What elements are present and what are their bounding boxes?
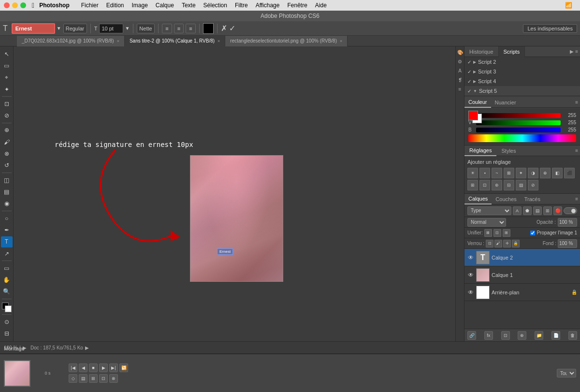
dodge-tool[interactable]: ○ (1, 213, 13, 224)
reg-icon-curves[interactable]: ~ (492, 168, 502, 178)
layer-filter-attr[interactable]: ⊞ (543, 206, 552, 215)
tab-1-close[interactable]: × (117, 39, 119, 44)
filter-toggle-switch[interactable] (564, 207, 577, 214)
layer-mask-btn[interactable]: ⊡ (501, 331, 510, 340)
panel-icon-1[interactable]: 🎨 (456, 48, 464, 56)
lasso-tool[interactable]: ⌖ (1, 72, 13, 83)
panel-icon-2[interactable]: ⚙ (456, 58, 464, 65)
pen-tool[interactable]: ✒ (1, 224, 13, 235)
calques-tab[interactable]: Calques (464, 194, 492, 204)
reg-icon-threshold[interactable]: ⊟ (504, 180, 514, 190)
slice-tool[interactable]: ⊘ (1, 110, 13, 121)
text-color-swatch[interactable] (203, 23, 214, 34)
script-item-3[interactable]: ✓ ▶ Script 3 (464, 67, 580, 76)
layer-item-background[interactable]: 👁 Arrière-plan 🔒 (464, 284, 580, 301)
r-slider[interactable] (476, 113, 561, 118)
mont-opacity-btn[interactable]: ▤ (79, 374, 87, 383)
reg-icon-selectcolor[interactable]: ⊘ (528, 180, 538, 190)
tab-3[interactable]: rectangledeselectiontutoriel.png @ 100% … (225, 36, 348, 46)
propagate-checkbox[interactable] (530, 231, 535, 235)
canvas-area[interactable]: rédige ta signature en ernest 10px Ernes… (14, 46, 455, 341)
menu-edition[interactable]: Edition (106, 2, 124, 9)
align-left-button[interactable]: ≡ (162, 24, 172, 33)
layer-filter-effect[interactable]: ⬟ (523, 206, 532, 215)
menu-filtre[interactable]: Filtre (235, 2, 248, 9)
magic-wand-tool[interactable]: ✦ (1, 84, 13, 95)
menu-image[interactable]: Image (132, 2, 148, 9)
reg-icon-channel[interactable]: ⊞ (467, 180, 478, 190)
panel-icon-4[interactable]: ❡ (456, 76, 464, 84)
mont-prev-btn[interactable]: ◀ (79, 363, 87, 372)
reg-icon-gradmap[interactable]: ▤ (516, 180, 526, 190)
script-item-4[interactable]: ✓ ▶ Script 4 (464, 76, 580, 86)
layer-filter-color[interactable]: 🔴 (553, 206, 562, 215)
mont-stop-btn[interactable]: ■ (89, 363, 98, 372)
panel-expand-icon[interactable]: ≡ (575, 49, 578, 54)
close-button[interactable] (4, 2, 10, 8)
historique-tab[interactable]: Historique (464, 46, 499, 57)
couleur-tab[interactable]: Couleur (464, 97, 491, 108)
marquee-tool[interactable]: ▭ (1, 60, 13, 71)
font-style-select[interactable]: Regular (63, 24, 87, 33)
crop-tool[interactable]: ⊡ (1, 98, 13, 109)
couches-tab[interactable]: Couches (492, 194, 520, 204)
type-tool[interactable]: T (1, 236, 13, 247)
layer-type-select[interactable]: Type (467, 206, 511, 215)
fond-input[interactable] (558, 239, 577, 248)
clone-stamp-tool[interactable]: ⊗ (1, 148, 13, 159)
doc-info-expand[interactable]: ▶ (85, 345, 89, 350)
align-center-button[interactable]: ≡ (174, 24, 184, 33)
screen-mode-tool[interactable]: ⊟ (1, 328, 13, 339)
quick-mask-tool[interactable]: ⊙ (1, 316, 13, 327)
script-item-5[interactable]: ✓ ▼ Script 5 (464, 86, 580, 96)
fg-color[interactable] (468, 111, 478, 120)
layer-adj-btn[interactable]: ⊕ (518, 331, 526, 340)
menu-fichier[interactable]: Fichier (81, 2, 99, 9)
mont-loop-btn[interactable]: 🔁 (119, 363, 128, 372)
styles-tab[interactable]: Styles (496, 145, 521, 156)
cancel-button[interactable]: ✗ (221, 24, 227, 33)
mont-keyframe-btn[interactable]: ◇ (69, 374, 77, 383)
healing-tool[interactable]: ⊕ (1, 125, 13, 136)
unifier-btn-3[interactable]: ⊞ (503, 229, 510, 237)
blend-mode-select[interactable]: Normal (467, 218, 506, 227)
move-tool[interactable]: ↖ (1, 48, 13, 59)
layer-delete-btn[interactable]: 🗑 (568, 331, 577, 340)
time-select[interactable]: Toujours (557, 369, 576, 377)
reglages-expand-icon[interactable]: ≡ (575, 148, 578, 153)
app-name[interactable]: Photoshop (39, 2, 70, 9)
reg-icon-invert[interactable]: ⊡ (479, 180, 490, 190)
align-right-button[interactable]: ≡ (186, 24, 195, 33)
unifier-btn-2[interactable]: ⊡ (493, 229, 501, 237)
tab-2[interactable]: Sans titre-2 @ 100% (Calque 1, RVB/8) × (125, 36, 225, 46)
layer-filter-name[interactable]: A (513, 206, 522, 215)
b-slider[interactable] (476, 128, 561, 132)
layer-link-btn[interactable]: 🔗 (467, 331, 476, 340)
font-size-input[interactable] (99, 24, 123, 33)
menu-selection[interactable]: Sélection (203, 2, 227, 9)
lock-paint-btn[interactable]: 🖌 (494, 240, 502, 247)
layer-fx-btn[interactable]: fx (484, 331, 493, 340)
lock-move-btn[interactable]: ✛ (503, 240, 511, 247)
history-brush-tool[interactable]: ↺ (1, 160, 13, 171)
layer-item-calque2[interactable]: 👁 T Calque 2 (464, 249, 580, 266)
shape-tool[interactable]: ▭ (1, 262, 13, 274)
reg-icon-bw[interactable]: ◧ (552, 168, 563, 178)
mont-next-btn[interactable]: ▶| (109, 363, 118, 372)
panel-icon-5[interactable]: ≡ (456, 85, 464, 93)
reg-icon-colorbal[interactable]: ⊕ (540, 168, 551, 178)
font-size-dropdown-icon[interactable]: ▼ (125, 26, 130, 31)
brush-tool[interactable]: 🖌 (1, 136, 13, 147)
panel-icon-3[interactable]: A (456, 67, 464, 74)
reg-icon-vibrance[interactable]: ✦ (516, 168, 526, 178)
traces-tab[interactable]: Tracés (521, 194, 544, 204)
script-item-2[interactable]: ✓ ▶ Script 2 (464, 57, 580, 67)
apple-menu[interactable]:  (32, 1, 34, 9)
g-slider[interactable] (476, 120, 561, 125)
menu-affichage[interactable]: Affichage (256, 2, 280, 9)
layer-1-eye[interactable]: 👁 (467, 272, 474, 278)
reg-icon-exposure[interactable]: ⊠ (504, 168, 514, 178)
layer-folder-btn[interactable]: 📁 (535, 331, 543, 340)
hand-tool[interactable]: ✋ (1, 274, 13, 285)
layer-new-btn[interactable]: 📄 (551, 331, 560, 340)
